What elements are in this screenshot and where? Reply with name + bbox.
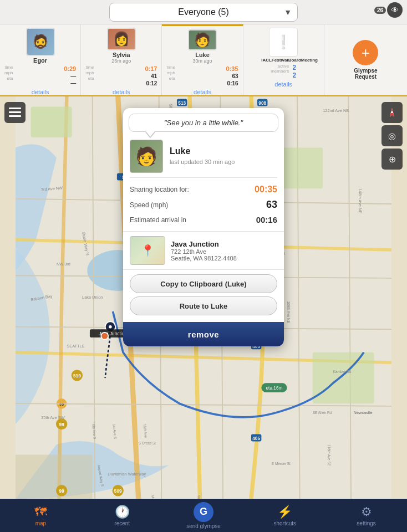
svg-text:116th Ave SE: 116th Ave SE [327,444,331,467]
details-link-meeting[interactable]: details [274,81,292,88]
details-link-sylvia[interactable]: details [113,89,130,95]
nav-label-map: map [35,520,46,526]
shortcuts-icon: ⚡ [277,505,292,519]
badge-count: 26 [374,7,386,14]
user-name-sylvia: Sylvia [113,52,130,58]
user-card-egor[interactable]: 🧔 Egor time mph eta 0:29 — — details [0,24,81,95]
popup-actions: Copy to Clipboard (Luke) Route to Luke [123,270,284,322]
sharing-value: 00:35 [255,185,277,195]
popup-user-name: Luke [170,146,235,156]
nav-item-shortcuts[interactable]: ⚡ shortcuts [244,505,325,526]
location-addr2: Seattle, WA 98122-4408 [171,255,237,262]
clock-icon: 🕐 [115,505,130,519]
details-link-egor[interactable]: details [32,89,49,95]
svg-rect-15 [31,106,72,137]
compass-north-button[interactable]: ▲ [381,102,403,123]
popup-location-info: Java Junction 722 12th Ave Seattle, WA 9… [171,240,237,262]
svg-text:148th Ave NE: 148th Ave NE [358,188,363,213]
svg-text:SE Allen Rd: SE Allen Rd [313,411,332,415]
map-icon: 🗺 [34,505,47,519]
location-button[interactable]: ◎ [381,125,403,146]
svg-text:519: 519 [73,373,81,378]
glympse-request-label: Glympse Request [354,68,377,80]
avatar-meeting: ❕ [269,28,298,57]
svg-text:122nd Ave NE: 122nd Ave NE [323,108,349,113]
stat-labels-egor: time mph eta [4,65,13,87]
everyone-dropdown[interactable]: Everyone (5) ▼ [109,3,298,22]
user-cards-row: 🧔 Egor time mph eta 0:29 — — details 👩 S… [0,24,407,96]
glympse-plus-button[interactable]: + [353,40,378,65]
svg-text:▲: ▲ [390,109,394,114]
stat-values-egor: 0:29 — — [64,65,76,87]
svg-rect-18 [16,455,93,499]
time-ago-sylvia: 26m ago [111,58,131,64]
svg-text:S Orcas St: S Orcas St [139,441,156,445]
avatar-luke: 🧑 [188,29,217,50]
nav-item-recent[interactable]: 🕐 recent [82,505,163,526]
eta-value: 00:16 [256,215,277,224]
gear-icon: ⚙ [361,505,372,519]
nav-item-send-glympse[interactable]: G send glympse [163,502,245,529]
speed-stat-row: Speed (mph) 63 [130,197,277,213]
sharing-stat-row: Sharing location for: 00:35 [130,182,277,197]
compass-controls: ▲ ◎ ⊕ [381,102,403,170]
dropdown-label: Everyone (5) [110,7,297,17]
avatar-egor: 🧔 [26,28,55,56]
top-bar: Everyone (5) ▼ 26 👁 [0,0,407,24]
glympse-nav-icon: G [194,502,213,522]
eye-icon: 👁 [387,2,403,18]
popup-last-updated: last updated 30 min ago [170,158,235,165]
svg-rect-83 [9,115,21,117]
nav-label-settings: settings [357,520,375,526]
details-link-luke[interactable]: details [194,89,211,95]
speech-text: "See you in a lttle while." [164,119,243,127]
sharing-label: Sharing location for: [130,186,189,193]
svg-text:509: 509 [114,488,122,494]
meeting-stats: active members 2 2 [271,64,296,79]
eta-label: Estimated arrival in [130,216,186,224]
svg-text:405: 405 [252,436,260,441]
chevron-down-icon: ▼ [284,8,292,17]
map-layer-button[interactable] [4,102,26,123]
svg-rect-17 [313,352,374,403]
nav-item-settings[interactable]: ⚙ settings [325,505,407,526]
svg-text:Newcastle: Newcastle [354,410,373,415]
svg-rect-82 [9,111,21,113]
user-name-meeting: IACLFestivalBoardMeeting [261,58,306,63]
speed-value: 63 [266,199,277,211]
notification-badge[interactable]: 26 👁 [374,2,403,18]
svg-text:Kamber Rd: Kamber Rd [333,370,352,374]
time-ago-luke: 30m ago [192,58,212,64]
svg-text:NW 3rd: NW 3rd [57,262,70,267]
svg-text:Lake Union: Lake Union [82,295,103,300]
user-stats-sylvia: time mph eta 0:17 41 0:12 [83,65,159,87]
nav-item-map[interactable]: 🗺 map [0,505,82,526]
svg-text:99: 99 [59,488,65,494]
nav-label-recent: recent [114,520,130,526]
svg-point-54 [109,325,112,329]
location-addr1: 722 12th Ave [171,248,237,255]
avatar-sylvia: 👩 [107,28,136,50]
user-card-meeting[interactable]: ❕ IACLFestivalBoardMeeting active member… [243,24,324,95]
svg-text:Duwamish Waterway: Duwamish Waterway [108,472,146,477]
glympse-request-card[interactable]: + Glympse Request [324,24,407,95]
copy-to-clipboard-button[interactable]: Copy to Clipboard (Luke) [130,274,277,293]
zoom-button[interactable]: ⊕ [381,149,403,170]
popup-user-info: Luke last updated 30 min ago [170,146,235,166]
popup-avatar: 🧑 [130,140,163,173]
speech-bubble: "See you in a lttle while." [129,114,278,132]
svg-text:908: 908 [258,100,266,106]
user-stats-luke: time mph eta 0:35 63 0:16 [164,65,240,87]
user-card-sylvia[interactable]: 👩 Sylvia 26m ago time mph eta 0:17 41 0:… [81,24,162,95]
user-card-luke[interactable]: 🧑 Luke 30m ago time mph eta 0:35 63 0:16… [162,24,243,95]
svg-text:108th Ave NE: 108th Ave NE [287,301,291,323]
popup-user-row: 🧑 Luke last updated 30 min ago [123,132,284,177]
popup-stats-section: Sharing location for: 00:35 Speed (mph) … [123,178,284,231]
user-name-luke: Luke [195,52,210,58]
route-to-luke-button[interactable]: Route to Luke [130,296,277,315]
svg-text:eta:16m: eta:16m [266,385,282,391]
speed-label: Speed (mph) [130,201,168,209]
remove-button[interactable]: remove [123,322,284,346]
popup-map-thumbnail: 📍 [130,236,165,265]
svg-rect-81 [9,108,21,109]
